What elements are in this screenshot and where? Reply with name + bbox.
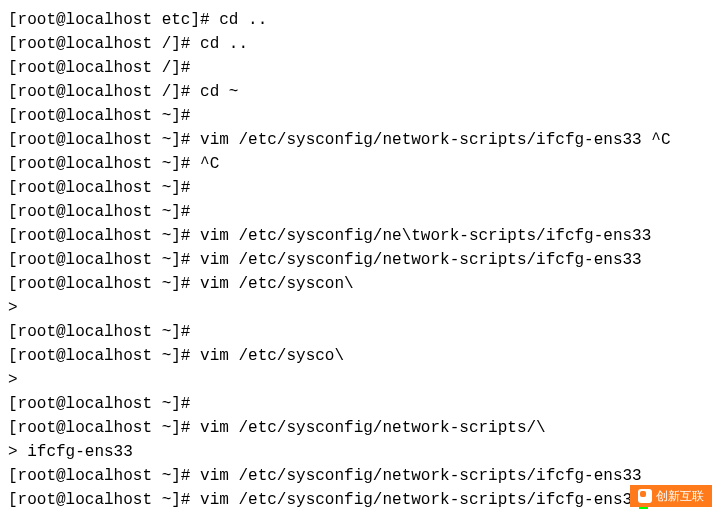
command-text: vim /etc/sysconfig/network-scripts/ifcfg… [200,131,670,149]
shell-prompt: [root@localhost /]# [8,59,200,77]
terminal-line: > ifcfg-ens33 [8,440,714,464]
terminal-line: [root@localhost /]# cd ~ [8,80,714,104]
shell-prompt: [root@localhost etc]# [8,11,219,29]
shell-prompt: [root@localhost ~]# [8,419,200,437]
terminal-line: [root@localhost ~]# [8,392,714,416]
terminal-line: [root@localhost ~]# [8,200,714,224]
terminal-line: [root@localhost ~]# [8,176,714,200]
command-text: vim /etc/sysconfig/network-scripts/ifcfg… [200,467,642,485]
terminal-line: [root@localhost ~]# vim /etc/sysconfig/n… [8,128,714,152]
watermark-icon [638,489,652,503]
command-text: vim /etc/syscon\ [200,275,354,293]
shell-prompt: [root@localhost /]# [8,35,200,53]
terminal-line: [root@localhost ~]# vim /etc/sysconfig/n… [8,248,714,272]
terminal-line: [root@localhost ~]# vim /etc/sysco\ [8,344,714,368]
terminal-line: [root@localhost ~]# ^C [8,152,714,176]
command-text: cd .. [219,11,267,29]
shell-prompt: [root@localhost ~]# [8,155,200,173]
shell-prompt: [root@localhost ~]# [8,227,200,245]
terminal-line: > [8,368,714,392]
terminal-output[interactable]: [root@localhost etc]# cd ..[root@localho… [8,8,714,512]
shell-prompt: > [8,299,27,317]
terminal-line: [root@localhost /]# cd .. [8,32,714,56]
terminal-line: [root@localhost ~]# [8,104,714,128]
command-text: cd ~ [200,83,238,101]
terminal-line: [root@localhost etc]# cd .. [8,8,714,32]
watermark-text: 创新互联 [656,487,704,505]
terminal-line: [root@localhost ~]# vim /etc/sysconfig/n… [8,224,714,248]
terminal-line: [root@localhost ~]# vim /etc/syscon\ [8,272,714,296]
shell-prompt: [root@localhost ~]# [8,179,200,197]
shell-prompt: > [8,443,27,461]
shell-prompt: [root@localhost ~]# [8,347,200,365]
shell-prompt: [root@localhost /]# [8,83,200,101]
shell-prompt: [root@localhost ~]# [8,395,200,413]
terminal-line: [root@localhost ~]# vim /etc/sysconfig/n… [8,488,714,512]
command-text: ^C [200,155,219,173]
command-text: vim /etc/sysconfig/network-scripts/\ [200,419,546,437]
shell-prompt: [root@localhost ~]# [8,275,200,293]
shell-prompt: [root@localhost ~]# [8,491,200,509]
shell-prompt: [root@localhost ~]# [8,323,200,341]
terminal-line: [root@localhost /]# [8,56,714,80]
terminal-line: [root@localhost ~]# [8,320,714,344]
command-text: vim /etc/sysconfig/network-scripts/ifcfg… [200,251,642,269]
terminal-line: [root@localhost ~]# vim /etc/sysconfig/n… [8,464,714,488]
command-text: cd .. [200,35,248,53]
terminal-line: > [8,296,714,320]
command-text: vim /etc/sysco\ [200,347,344,365]
shell-prompt: [root@localhost ~]# [8,107,200,125]
shell-prompt: [root@localhost ~]# [8,251,200,269]
command-text: vim /etc/sysconfig/network-scripts/ifcfg… [200,491,642,509]
command-text: vim /etc/sysconfig/ne\twork-scripts/ifcf… [200,227,651,245]
command-text: ifcfg-ens33 [27,443,133,461]
shell-prompt: [root@localhost ~]# [8,203,200,221]
shell-prompt: [root@localhost ~]# [8,467,200,485]
shell-prompt: > [8,371,27,389]
shell-prompt: [root@localhost ~]# [8,131,200,149]
terminal-line: [root@localhost ~]# vim /etc/sysconfig/n… [8,416,714,440]
watermark-badge: 创新互联 [630,485,712,507]
